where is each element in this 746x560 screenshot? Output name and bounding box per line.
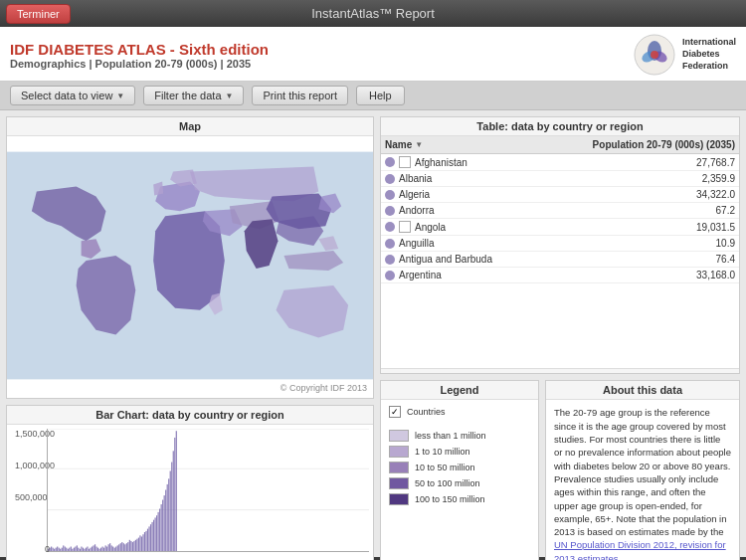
sort-arrow[interactable]: ▼ <box>415 140 423 149</box>
legend-item: 100 to 150 million <box>381 491 538 507</box>
svg-rect-93 <box>174 438 175 551</box>
row-indicator <box>385 239 395 249</box>
svg-rect-17 <box>60 549 61 551</box>
right-panel: Table: data by country or region Name ▼ … <box>380 116 740 560</box>
about-text: The 20-79 age group is the reference sin… <box>554 407 731 537</box>
table-row[interactable]: Argentina 33,168.0 <box>381 268 739 283</box>
table-row[interactable]: Albania 2,359.9 <box>381 171 739 187</box>
table-header-row: Name ▼ Population 20-79 (000s) (2035) <box>381 136 739 154</box>
legend-swatch <box>389 493 409 505</box>
svg-rect-34 <box>86 548 87 551</box>
about-link[interactable]: UN Population Division 2012, revision fo… <box>554 539 726 560</box>
row-value: 33,168.0 <box>576 270 735 280</box>
legend-item: 10 to 50 million <box>381 460 538 475</box>
row-indicator <box>385 174 395 184</box>
svg-rect-87 <box>165 490 166 552</box>
legend-swatch <box>389 477 409 489</box>
row-name: Argentina <box>399 270 576 280</box>
svg-rect-26 <box>74 548 75 551</box>
left-panel: Map <box>6 116 374 560</box>
table-filter-row: Clear ✕ Filter ✕ <box>381 368 739 374</box>
svg-rect-88 <box>167 484 168 551</box>
y-label-500: 500,000 <box>15 492 48 502</box>
svg-rect-56 <box>118 544 119 551</box>
svg-rect-70 <box>139 535 140 551</box>
svg-rect-32 <box>83 548 84 551</box>
svg-rect-25 <box>72 549 73 551</box>
table-row[interactable]: Anguilla 10.9 <box>381 236 739 252</box>
table-row[interactable]: Angola 19,031.5 <box>381 219 739 236</box>
table-row[interactable]: Afghanistan 27,768.7 <box>381 154 739 171</box>
main-content: IDF DIABETES ATLAS - Sixth edition Demog… <box>0 27 746 557</box>
svg-rect-22 <box>68 549 69 551</box>
about-text-after: . <box>618 553 621 560</box>
svg-rect-29 <box>78 548 79 551</box>
table-row[interactable]: Algeria 34,322.0 <box>381 187 739 203</box>
svg-rect-42 <box>97 548 98 551</box>
print-button[interactable]: Print this report <box>252 86 348 105</box>
svg-rect-78 <box>151 522 152 551</box>
svg-rect-16 <box>59 548 60 551</box>
svg-rect-54 <box>115 547 116 551</box>
table-row[interactable]: Andorra 67.2 <box>381 203 739 219</box>
legend-countries-item: ✓ Countries <box>389 406 530 418</box>
legend-body: ✓ Countries <box>381 400 538 428</box>
bar-chart-container: 1,500,000 1,000,000 500,000 <box>7 425 373 560</box>
svg-rect-82 <box>158 512 159 551</box>
row-checkbox[interactable] <box>399 221 411 233</box>
legend-item: less than 1 million <box>381 428 538 444</box>
row-name: Albania <box>399 173 576 184</box>
svg-rect-53 <box>114 548 115 551</box>
svg-rect-23 <box>69 548 70 551</box>
row-value: 10.9 <box>576 238 735 249</box>
bar-chart-title: Bar Chart: data by country or region <box>7 406 373 425</box>
terminate-button[interactable]: Terminer <box>6 4 71 24</box>
svg-rect-62 <box>127 542 128 551</box>
svg-point-4 <box>651 51 658 59</box>
table-panel: Table: data by country or region Name ▼ … <box>380 116 740 374</box>
row-value: 76.4 <box>576 254 735 265</box>
svg-rect-76 <box>148 526 149 551</box>
table-title: Table: data by country or region <box>381 117 739 136</box>
svg-rect-52 <box>112 547 113 551</box>
select-data-button[interactable]: Select data to view ▼ <box>10 86 135 105</box>
svg-rect-27 <box>75 547 76 551</box>
svg-rect-55 <box>117 545 118 551</box>
row-value: 27,768.7 <box>576 157 735 168</box>
svg-rect-72 <box>142 534 143 551</box>
header-left: IDF DIABETES ATLAS - Sixth edition Demog… <box>10 41 269 70</box>
help-button[interactable]: Help <box>356 86 405 105</box>
table-row[interactable]: Antigua and Barbuda 76.4 <box>381 252 739 268</box>
svg-rect-58 <box>121 542 122 551</box>
svg-rect-24 <box>71 547 72 551</box>
map-panel: Map <box>6 116 374 399</box>
row-name: Angola <box>415 222 576 233</box>
filter-link[interactable]: Filter ✕ <box>425 372 457 374</box>
svg-rect-12 <box>53 548 54 551</box>
svg-rect-39 <box>93 545 93 551</box>
svg-rect-47 <box>105 545 106 551</box>
row-name: Afghanistan <box>415 157 576 168</box>
svg-rect-84 <box>161 504 162 551</box>
svg-rect-14 <box>56 548 57 551</box>
countries-label: Countries <box>407 407 446 417</box>
svg-rect-59 <box>123 543 124 551</box>
svg-rect-77 <box>150 524 151 551</box>
svg-rect-75 <box>147 529 148 551</box>
filter-data-button[interactable]: Filter the data ▼ <box>143 86 244 105</box>
svg-rect-67 <box>135 540 136 551</box>
toolbar: Select data to view ▼ Filter the data ▼ … <box>0 82 746 110</box>
title-bar: Terminer InstantAtlas™ Report <box>0 0 746 27</box>
clear-filter-link[interactable]: Clear ✕ <box>385 372 419 374</box>
svg-rect-44 <box>100 548 101 551</box>
svg-rect-40 <box>94 544 95 551</box>
svg-rect-57 <box>120 543 121 551</box>
countries-checkbox[interactable]: ✓ <box>389 406 401 418</box>
map-svg[interactable] <box>7 136 373 395</box>
bottom-panels: Legend ✓ Countries less than 1 million 1… <box>380 380 740 560</box>
legend-item-label: less than 1 million <box>415 431 486 441</box>
svg-rect-61 <box>126 543 127 551</box>
report-subtitle: Demographics | Population 20-79 (000s) |… <box>10 58 269 70</box>
row-checkbox[interactable] <box>399 156 411 168</box>
select-data-arrow: ▼ <box>116 92 124 100</box>
